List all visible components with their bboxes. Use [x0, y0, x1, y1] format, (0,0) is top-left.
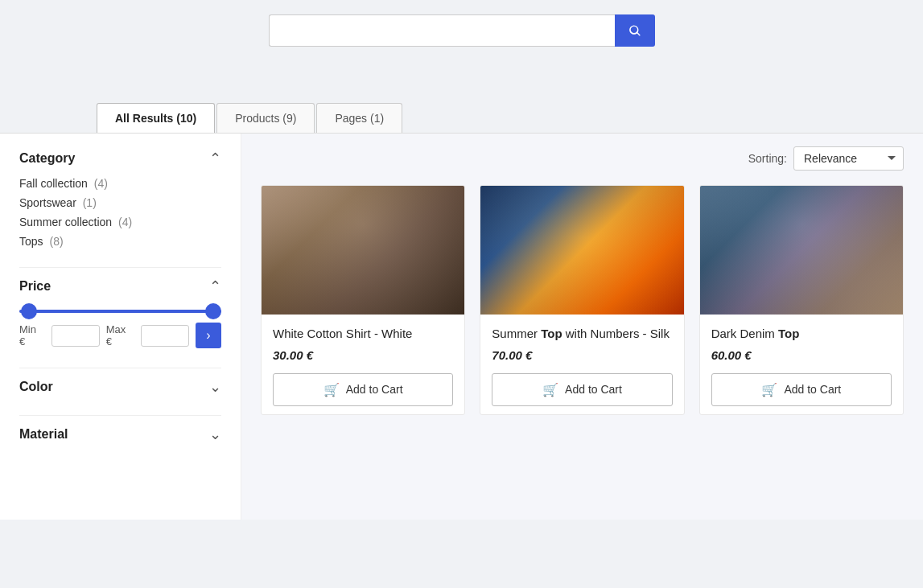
search-bar: top: [0, 0, 923, 55]
product-image-2: [480, 186, 683, 315]
range-fill: [19, 310, 221, 313]
category-tops[interactable]: Tops (8): [19, 235, 221, 248]
main-layout: Category ⌃ Fall collection (4) Sportswea…: [0, 134, 923, 520]
price-max-input[interactable]: 80: [141, 325, 189, 347]
search-wrapper: top: [269, 14, 655, 47]
price-inputs: Min € 30 Max € 80 ›: [19, 323, 221, 348]
color-section: Color ⌄: [19, 378, 221, 396]
products-grid: White Cotton Shirt - White 30.00 € 🛒 Add…: [261, 185, 904, 415]
search-input[interactable]: top: [269, 14, 615, 47]
price-min-input[interactable]: 30: [52, 325, 100, 347]
product-image-3: [700, 186, 903, 315]
material-section: Material ⌄: [19, 426, 221, 443]
range-track: [19, 310, 221, 313]
price-section: Price ⌃ Min € 30 Max € 80 ›: [19, 278, 221, 348]
product-name-2-bold: Top: [541, 327, 562, 340]
tab-all-results[interactable]: All Results (10): [97, 103, 215, 133]
tabs-section: All Results (10) Products (9) Pages (1): [0, 55, 923, 134]
product-name-2-pre: Summer: [492, 327, 541, 340]
product-name-1-text: White Cotton Shirt - White: [273, 327, 412, 340]
sorting-label: Sorting:: [748, 152, 787, 165]
color-title: Color: [19, 380, 53, 394]
material-chevron-icon: ⌄: [209, 426, 221, 443]
cart-icon-1: 🛒: [323, 382, 340, 397]
color-chevron-icon: ⌄: [209, 378, 221, 396]
product-name-2-post: with Numbers - Silk: [562, 327, 670, 340]
price-max-label: Max €: [106, 323, 134, 347]
add-to-cart-button-1[interactable]: 🛒 Add to Cart: [273, 373, 453, 406]
search-button[interactable]: [615, 14, 655, 47]
sorting-select[interactable]: Relevance Price Low-High Price High-Low …: [793, 146, 904, 171]
category-tops-label: Tops: [19, 235, 43, 248]
product-name-2: Summer Top with Numbers - Silk: [492, 326, 672, 342]
cart-icon-2: 🛒: [542, 382, 558, 397]
price-apply-button[interactable]: ›: [196, 323, 221, 348]
category-summer-label: Summer collection: [19, 216, 112, 228]
category-sportswear[interactable]: Sportswear (1): [19, 196, 221, 209]
range-thumb-min[interactable]: [21, 303, 37, 319]
category-tops-count: (8): [49, 235, 63, 248]
sidebar-divider-1: [19, 267, 221, 268]
category-chevron-icon: ⌃: [209, 150, 221, 167]
products-top-bar: Sorting: Relevance Price Low-High Price …: [261, 146, 904, 171]
category-sportswear-label: Sportswear: [19, 196, 76, 209]
add-to-cart-label-2: Add to Cart: [565, 383, 622, 396]
sidebar: Category ⌃ Fall collection (4) Sportswea…: [0, 134, 241, 520]
product-card-3: Dark Denim Top 60.00 € 🛒 Add to Cart: [699, 185, 904, 415]
category-summer-collection[interactable]: Summer collection (4): [19, 216, 221, 228]
category-fall-label: Fall collection: [19, 177, 88, 190]
category-section: Category ⌃ Fall collection (4) Sportswea…: [19, 150, 221, 248]
product-body-3: Dark Denim Top 60.00 € 🛒 Add to Cart: [700, 315, 903, 414]
product-body-2: Summer Top with Numbers - Silk 70.00 € 🛒…: [480, 315, 683, 414]
product-name-3-pre: Dark Denim: [711, 327, 778, 340]
product-price-3: 60.00 €: [711, 348, 892, 362]
range-thumb-max[interactable]: [205, 303, 221, 319]
add-to-cart-label-1: Add to Cart: [346, 383, 403, 396]
add-to-cart-button-3[interactable]: 🛒 Add to Cart: [711, 373, 892, 406]
cart-icon-3: 🛒: [761, 382, 777, 397]
category-header[interactable]: Category ⌃: [19, 150, 221, 167]
sidebar-divider-3: [19, 415, 221, 416]
search-icon: [628, 23, 642, 38]
add-to-cart-label-3: Add to Cart: [784, 383, 841, 396]
product-price-1: 30.00 €: [273, 348, 453, 362]
price-header[interactable]: Price ⌃: [19, 278, 221, 295]
product-name-3: Dark Denim Top: [711, 326, 892, 342]
material-title: Material: [19, 427, 68, 442]
price-title: Price: [19, 279, 51, 294]
price-min-label: Min €: [19, 323, 45, 347]
category-fall-count: (4): [94, 177, 108, 190]
material-header[interactable]: Material ⌄: [19, 426, 221, 443]
product-image-1: [262, 186, 464, 315]
product-price-2: 70.00 €: [492, 348, 672, 362]
add-to-cart-button-2[interactable]: 🛒 Add to Cart: [492, 373, 672, 406]
category-sportswear-count: (1): [83, 196, 97, 209]
product-name-1: White Cotton Shirt - White: [273, 326, 453, 342]
price-slider: Min € 30 Max € 80 ›: [19, 310, 221, 348]
product-card-1: White Cotton Shirt - White 30.00 € 🛒 Add…: [261, 185, 465, 415]
price-chevron-icon: ⌃: [209, 278, 221, 295]
products-area: Sorting: Relevance Price Low-High Price …: [241, 134, 923, 520]
color-header[interactable]: Color ⌄: [19, 378, 221, 396]
product-body-1: White Cotton Shirt - White 30.00 € 🛒 Add…: [262, 315, 464, 414]
category-summer-count: (4): [118, 216, 132, 228]
sidebar-divider-2: [19, 368, 221, 368]
category-fall-collection[interactable]: Fall collection (4): [19, 177, 221, 190]
tab-pages[interactable]: Pages (1): [316, 103, 402, 133]
category-title: Category: [19, 151, 75, 166]
tab-products[interactable]: Products (9): [216, 103, 315, 133]
product-card-2: Summer Top with Numbers - Silk 70.00 € 🛒…: [480, 185, 684, 415]
product-name-3-bold: Top: [778, 327, 799, 340]
